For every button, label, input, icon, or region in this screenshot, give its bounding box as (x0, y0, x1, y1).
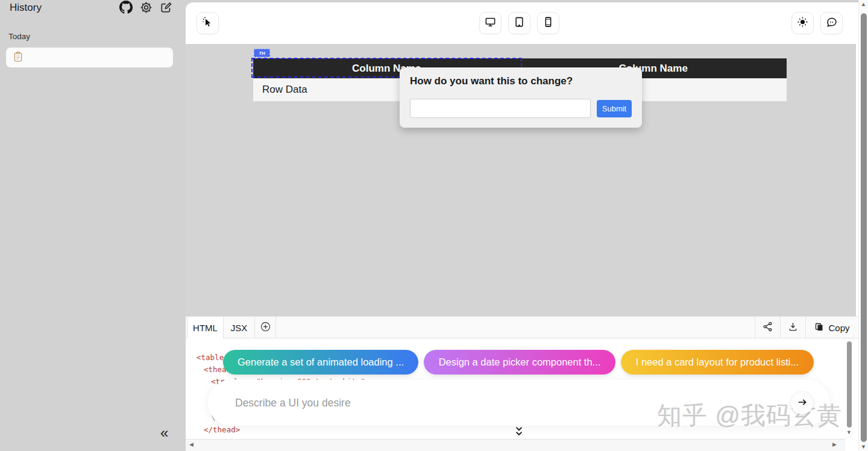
send-prompt-button[interactable] (791, 392, 813, 414)
github-button[interactable] (119, 2, 133, 15)
history-item[interactable] (6, 48, 173, 67)
tablet-view-button[interactable] (508, 12, 530, 34)
sidebar-title: History (10, 2, 42, 14)
add-tab-button[interactable] (255, 317, 276, 338)
feedback-button[interactable] (820, 12, 843, 34)
tab-html[interactable]: HTML (187, 317, 224, 338)
app-root: History (0, 0, 868, 451)
history-section-label: Today (8, 32, 30, 41)
scroll-left-arrow[interactable]: ◀ (189, 441, 193, 447)
copy-code-button[interactable]: Copy (805, 317, 858, 338)
clipboard-icon (13, 51, 23, 64)
scrollbar-thumb[interactable] (861, 13, 867, 442)
prompt-bar (208, 380, 830, 426)
code-horizontal-scrollbar[interactable]: ◀ ▶ (186, 439, 845, 451)
github-icon (119, 1, 133, 16)
scroll-right-arrow[interactable]: ▶ (832, 441, 837, 447)
scroll-up-arrow[interactable]: ▲ (861, 1, 866, 7)
tab-jsx[interactable]: JSX (224, 317, 255, 338)
mobile-view-button[interactable] (537, 12, 559, 34)
collapse-sidebar-button[interactable]: « (160, 426, 167, 440)
tablet-icon (514, 16, 525, 30)
describe-ui-input[interactable] (235, 380, 753, 426)
suggestion-pill-datepicker[interactable]: Design a date picker component th... (424, 350, 615, 375)
plus-circle-icon (260, 322, 271, 334)
edit-element-popup: How do you want this to change? Submit (400, 67, 642, 128)
copy-icon (814, 322, 824, 334)
download-button[interactable] (780, 317, 805, 338)
share-icon (763, 322, 773, 334)
sun-icon (797, 16, 808, 30)
scroll-down-arrow[interactable]: ▼ (846, 429, 852, 435)
cursor-sparkle-icon (202, 16, 213, 30)
suggestion-pill-cardlayout[interactable]: I need a card layout for product listi..… (621, 350, 814, 375)
settings-button[interactable] (139, 2, 153, 15)
selected-tag-badge: TH (254, 49, 270, 57)
chat-bubble-icon (826, 16, 838, 31)
popup-title: How do you want this to change? (410, 75, 573, 87)
copy-label: Copy (828, 323, 849, 333)
scrollbar-thumb[interactable] (847, 341, 852, 428)
code-vertical-scrollbar[interactable]: ▼ (845, 338, 854, 439)
theme-toggle-button[interactable] (791, 12, 814, 34)
double-chevron-down-icon (514, 426, 524, 440)
compose-icon (160, 1, 172, 16)
history-sidebar: History (0, 0, 181, 451)
submit-button[interactable]: Submit (597, 100, 632, 117)
window-vertical-scrollbar[interactable]: ▲ ▼ (858, 0, 868, 451)
select-tool-button[interactable] (197, 12, 219, 34)
gear-icon (140, 1, 153, 16)
expand-panel-button[interactable] (512, 426, 526, 440)
mobile-icon (542, 16, 554, 30)
download-icon (788, 322, 798, 334)
desktop-icon (485, 16, 496, 30)
share-button[interactable] (755, 317, 780, 338)
suggestion-pill-loading[interactable]: Generate a set of animated loading ... (223, 350, 418, 375)
change-request-input[interactable] (410, 99, 591, 118)
scroll-down-arrow[interactable]: ▼ (861, 444, 866, 450)
desktop-view-button[interactable] (479, 12, 502, 34)
arrow-right-icon (797, 397, 808, 410)
code-tabbar: HTML JSX (186, 316, 858, 338)
new-chat-button[interactable] (159, 2, 172, 15)
